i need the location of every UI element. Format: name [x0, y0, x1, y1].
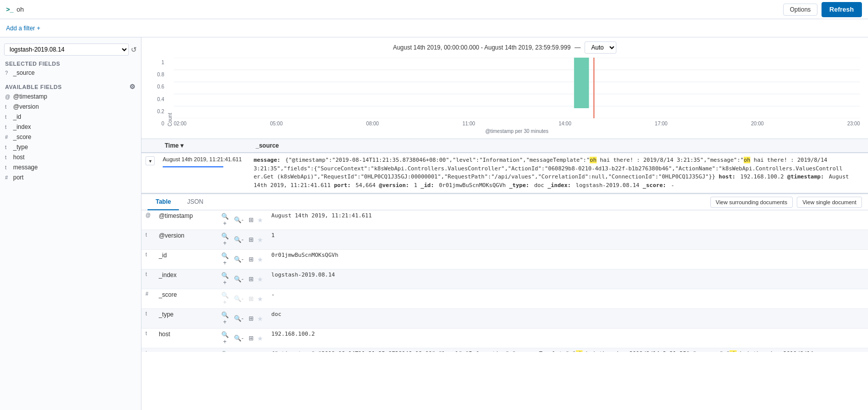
- detail-type: t: [141, 329, 155, 348]
- tab-table[interactable]: Table: [148, 194, 179, 210]
- star-icon[interactable]: ★: [257, 236, 263, 244]
- source-col-header: _source: [250, 139, 868, 153]
- columns-icon[interactable]: ⊞: [247, 236, 255, 244]
- field-score[interactable]: # _score: [0, 132, 141, 142]
- detail-value: 0r01jmwBuScnMOKsQGVh: [267, 250, 868, 269]
- field-message[interactable]: t message: [0, 162, 141, 172]
- selected-field-source[interactable]: ? _source: [0, 68, 141, 78]
- detail-tab-actions: View surrounding documents View single d…: [710, 197, 862, 208]
- field-type-indicator: ?: [5, 70, 10, 76]
- filter-plus-icon[interactable]: 🔍+: [219, 331, 230, 346]
- star-icon[interactable]: ★: [257, 295, 263, 303]
- field-name: @version: [13, 103, 39, 110]
- columns-icon[interactable]: ⊞: [247, 295, 255, 303]
- expand-row-button[interactable]: ▾: [146, 156, 155, 165]
- index-refresh-button[interactable]: ↺: [131, 45, 137, 54]
- field-name-label: _source: [13, 69, 35, 76]
- main-layout: logstash-2019.08.14 ↺ Selected fields ? …: [0, 37, 868, 410]
- detail-row-id: t _id 🔍+ 🔍- ⊞ ★: [141, 250, 868, 269]
- filter-minus-icon[interactable]: 🔍-: [232, 334, 245, 342]
- field-type-hash: #: [5, 175, 10, 180]
- detail-type: @: [141, 210, 155, 230]
- field-name: host: [13, 154, 25, 161]
- star-icon[interactable]: ★: [257, 216, 263, 224]
- field-version[interactable]: t @version: [0, 102, 141, 112]
- chart-container: August 14th 2019, 00:00:00.000 - August …: [141, 37, 868, 139]
- star-icon[interactable]: ★: [257, 315, 263, 323]
- detail-type: t: [141, 348, 155, 352]
- field-name: _score: [13, 133, 31, 141]
- filter-minus-icon[interactable]: 🔍-: [232, 255, 245, 263]
- add-filter-button[interactable]: Add a filter +: [6, 25, 40, 32]
- time-range-bar: August 14th 2019, 00:00:00.000 - August …: [150, 41, 860, 54]
- field-name: message: [13, 164, 38, 171]
- detail-value: 192.168.100.2: [267, 329, 868, 348]
- x-axis: 02:00 05:00 08:00 11:00 14:00 17:00 20:0…: [174, 120, 860, 127]
- detail-type: t: [141, 230, 155, 250]
- detail-field-name: @timestamp: [155, 210, 215, 230]
- options-button[interactable]: Options: [783, 4, 817, 16]
- view-surrounding-button[interactable]: View surrounding documents: [710, 197, 793, 208]
- field-timestamp[interactable]: @ @timestamp: [0, 92, 141, 102]
- results-table: Time ▾ _source ▾ August 14th 2019, 11:21…: [141, 139, 868, 193]
- y-axis: 1 0.8 0.6 0.4 0.2 0: [150, 58, 167, 139]
- field-type-hash: #: [5, 134, 10, 140]
- time-col-header[interactable]: Time ▾: [159, 139, 250, 153]
- detail-field-name: _type: [155, 309, 215, 329]
- selected-fields-label: Selected fields: [0, 58, 141, 68]
- filter-minus-icon[interactable]: 🔍-: [232, 295, 245, 303]
- sidebar: logstash-2019.08.14 ↺ Selected fields ? …: [0, 37, 141, 410]
- index-pattern-select[interactable]: logstash-2019.08.14: [4, 43, 129, 56]
- filter-plus-icon[interactable]: 🔍+: [219, 252, 230, 267]
- filter-minus-icon[interactable]: 🔍-: [232, 216, 245, 224]
- field-id[interactable]: t _id: [0, 112, 141, 122]
- detail-value: August 14th 2019, 11:21:41.611: [267, 210, 868, 230]
- field-type-field[interactable]: t _type: [0, 142, 141, 152]
- star-icon[interactable]: ★: [257, 256, 263, 263]
- filter-plus-icon[interactable]: 🔍+: [219, 271, 230, 287]
- detail-row-timestamp: @ @timestamp 🔍+ 🔍- ⊞ ★: [141, 210, 868, 230]
- detail-scroll: @ @timestamp 🔍+ 🔍- ⊞ ★: [141, 210, 868, 352]
- detail-value: -: [267, 289, 868, 309]
- field-host[interactable]: t host: [0, 152, 141, 162]
- filter-plus-icon[interactable]: 🔍+: [219, 350, 230, 352]
- svg-rect-6: [574, 58, 589, 108]
- star-icon[interactable]: ★: [257, 276, 263, 283]
- field-port[interactable]: # port: [0, 172, 141, 183]
- detail-value: logstash-2019.08.14: [267, 269, 868, 289]
- filter-minus-icon[interactable]: 🔍-: [232, 275, 245, 283]
- detail-type: t: [141, 269, 155, 289]
- field-type-t: t: [5, 145, 10, 150]
- refresh-button[interactable]: Refresh: [822, 2, 862, 17]
- filter-plus-icon[interactable]: 🔍+: [219, 212, 230, 227]
- columns-icon[interactable]: ⊞: [247, 314, 255, 323]
- filter-plus-icon[interactable]: 🔍+: [219, 311, 230, 326]
- field-type-t: t: [5, 104, 10, 110]
- field-index[interactable]: t _index: [0, 122, 141, 132]
- columns-icon[interactable]: ⊞: [247, 216, 255, 224]
- columns-icon[interactable]: ⊞: [247, 275, 255, 283]
- gear-icon[interactable]: ⚙: [129, 83, 136, 90]
- star-icon[interactable]: ★: [257, 335, 263, 342]
- detail-value: {"@timestamp":"2019-08-14T11:21:35.87380…: [267, 348, 868, 352]
- tab-json[interactable]: JSON: [179, 194, 211, 210]
- filter-plus-icon[interactable]: 🔍+: [219, 291, 230, 306]
- filter-plus-icon[interactable]: 🔍+: [219, 232, 230, 247]
- view-single-button[interactable]: View single document: [797, 197, 862, 208]
- results-area: Time ▾ _source ▾ August 14th 2019, 11:21…: [141, 139, 868, 410]
- columns-icon[interactable]: ⊞: [247, 255, 255, 263]
- source-cell: message: {"@timestamp":"2019-08-14T11:21…: [250, 153, 868, 193]
- detail-tabs: Table JSON View surrounding documents Vi…: [141, 194, 868, 210]
- field-type-t: t: [5, 165, 10, 170]
- detail-type: t: [141, 309, 155, 329]
- auto-interval-select[interactable]: Auto: [585, 41, 616, 54]
- time-cell: August 14th 2019, 11:21:41.611: [159, 153, 250, 193]
- field-name: _type: [13, 144, 28, 151]
- columns-icon[interactable]: ⊞: [247, 334, 255, 342]
- filter-minus-icon[interactable]: 🔍-: [232, 314, 245, 323]
- search-input[interactable]: [17, 6, 783, 13]
- filter-minus-icon[interactable]: 🔍-: [232, 236, 245, 244]
- detail-value: doc: [267, 309, 868, 329]
- filter-bar: Add a filter +: [0, 19, 868, 37]
- detail-table: @ @timestamp 🔍+ 🔍- ⊞ ★: [141, 210, 868, 352]
